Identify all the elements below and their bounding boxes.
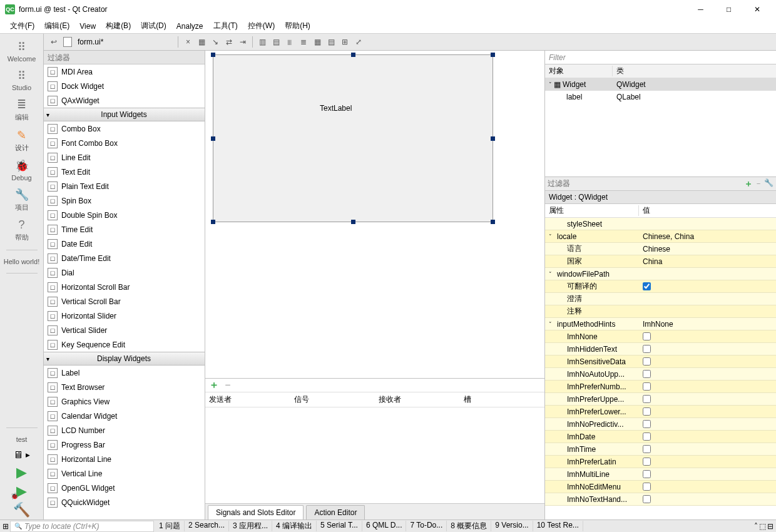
property-row[interactable]: ˅inputMethodHintsImhNone — [545, 318, 776, 330]
property-row[interactable]: 语言Chinese — [545, 243, 776, 255]
property-row[interactable]: ImhDate — [545, 431, 776, 443]
output-pane-button[interactable]: 9 Versio... — [491, 521, 533, 531]
property-row[interactable]: styleSheet — [545, 218, 776, 230]
resize-handle[interactable] — [491, 136, 495, 141]
property-checkbox[interactable] — [643, 458, 651, 466]
property-grid[interactable]: styleSheet˅localeChinese, China语言Chinese… — [545, 218, 776, 519]
property-checkbox[interactable] — [643, 432, 651, 441]
resize-handle[interactable] — [351, 53, 355, 57]
edit-widgets-icon[interactable]: ▦ — [195, 36, 208, 48]
property-checkbox[interactable] — [643, 445, 651, 453]
toggle-right-icon[interactable]: ⊟ — [767, 522, 773, 531]
mode-welcome[interactable]: ⠿Welcome — [3, 38, 41, 66]
widget-item[interactable]: □Vertical Line — [44, 466, 205, 481]
form-widget[interactable]: TextLabel — [213, 54, 493, 222]
property-row[interactable]: ImhNone — [545, 330, 776, 343]
property-checkbox[interactable] — [643, 420, 651, 428]
property-row[interactable]: ImhSensitiveData — [545, 356, 776, 368]
toggle-sidebar-icon[interactable]: ⊞ — [3, 522, 9, 531]
mode-设计[interactable]: ✎设计 — [3, 126, 41, 156]
widget-item[interactable]: □Dock Widget — [44, 79, 205, 93]
widget-item[interactable]: □Horizontal Slider — [44, 309, 205, 323]
property-row[interactable]: ˅localeChinese, China — [545, 230, 776, 243]
widget-item[interactable]: □Graphics View — [44, 394, 205, 409]
layout-h-icon[interactable]: ▥ — [256, 36, 268, 48]
property-checkbox[interactable] — [643, 382, 651, 391]
adjust-size-icon[interactable]: ⤢ — [352, 36, 365, 48]
property-row[interactable]: 澄清 — [545, 293, 776, 305]
property-row[interactable]: 国家China — [545, 255, 776, 268]
output-pane-button[interactable]: 10 Test Re... — [533, 521, 583, 531]
property-row[interactable]: ImhHiddenText — [545, 343, 776, 356]
form-canvas[interactable]: TextLabel — [205, 51, 544, 379]
layout-v-icon[interactable]: ▤ — [270, 36, 282, 48]
run-button[interactable]: ▶ — [16, 463, 27, 482]
menu-item[interactable]: 控件(W) — [243, 19, 280, 33]
widget-item[interactable]: □Time Edit — [44, 222, 205, 237]
resize-handle[interactable] — [351, 220, 355, 224]
output-pane-button[interactable]: 6 QML D... — [362, 521, 407, 531]
property-checkbox[interactable] — [643, 395, 651, 403]
close-doc-icon[interactable]: × — [181, 36, 194, 48]
property-checkbox[interactable] — [643, 370, 651, 378]
menu-item[interactable]: 帮助(H) — [280, 19, 315, 33]
signals-table[interactable]: 发送者信号接收者槽 — [205, 392, 544, 407]
resize-handle[interactable] — [491, 53, 495, 57]
property-row[interactable]: ImhPreferLatin — [545, 456, 776, 468]
property-row[interactable]: ImhNoEditMenu — [545, 481, 776, 493]
build-button[interactable]: 🔨 — [13, 501, 30, 519]
edit-buddies-icon[interactable]: ⇄ — [223, 36, 235, 48]
edit-taborder-icon[interactable]: ⇥ — [237, 36, 249, 48]
property-checkbox[interactable] — [643, 282, 651, 290]
widgetbox-filter[interactable]: 过滤器 — [44, 51, 205, 64]
mode-编辑[interactable]: ≣编辑 — [3, 95, 41, 126]
menu-item[interactable]: 文件(F) — [5, 19, 39, 33]
break-layout-icon[interactable]: ⊞ — [339, 36, 351, 48]
widget-item[interactable]: □QAxWidget — [44, 93, 205, 108]
run-debug-button[interactable]: ▶🐞 — [16, 482, 27, 501]
object-tree[interactable]: 对象 类 ˅▦WidgetQWidgetlabelQLabel — [545, 64, 776, 177]
tab-action-editor[interactable]: Action Editor — [306, 505, 365, 519]
output-pane-button[interactable]: 5 Serial T... — [317, 521, 362, 531]
object-row[interactable]: labelQLabel — [545, 91, 776, 103]
widget-item[interactable]: □Vertical Scroll Bar — [44, 294, 205, 309]
widget-item[interactable]: □Spin Box — [44, 193, 205, 208]
menu-item[interactable]: 调试(D) — [136, 19, 171, 33]
property-row[interactable]: ImhPreferLower... — [545, 406, 776, 418]
layout-form-icon[interactable]: ▤ — [325, 36, 337, 48]
widget-item[interactable]: □OpenGL Widget — [44, 481, 205, 495]
resize-handle[interactable] — [211, 136, 215, 141]
widget-item[interactable]: □Horizontal Line — [44, 452, 205, 466]
widget-item[interactable]: □Dial — [44, 265, 205, 280]
property-row[interactable]: ImhMultiLine — [545, 468, 776, 481]
mode-帮助[interactable]: ?帮助 — [3, 216, 41, 246]
widget-item[interactable]: □LCD Number — [44, 423, 205, 437]
menu-item[interactable]: View — [74, 20, 101, 33]
widget-item[interactable]: □Progress Bar — [44, 437, 205, 452]
property-row[interactable]: ImhNoTextHand... — [545, 493, 776, 506]
add-prop-icon[interactable]: ＋ — [744, 178, 753, 190]
remove-connection-button[interactable]: － — [223, 379, 233, 392]
close-button[interactable]: ✕ — [743, 0, 771, 19]
nav-back-icon[interactable]: ↩ — [48, 36, 60, 48]
property-row[interactable]: ImhTime — [545, 443, 776, 456]
widget-item[interactable]: □Date/Time Edit — [44, 251, 205, 265]
property-row[interactable]: ImhPreferNumb... — [545, 381, 776, 393]
widget-item[interactable]: □Date Edit — [44, 237, 205, 251]
widget-item[interactable]: □Key Sequence Edit — [44, 337, 205, 352]
widget-item[interactable]: □Double Spin Box — [44, 208, 205, 222]
widget-item[interactable]: □Font Combo Box — [44, 136, 205, 150]
widget-item[interactable]: □MDI Area — [44, 64, 205, 79]
kit-selector[interactable]: 🖥▶ — [0, 447, 44, 463]
output-pane-button[interactable]: 1 问题 — [155, 521, 185, 531]
mode-studio[interactable]: ⠿Studio — [3, 66, 41, 95]
widget-item[interactable]: □Text Browser — [44, 380, 205, 394]
property-row[interactable]: 注释 — [545, 305, 776, 318]
maximize-button[interactable]: □ — [715, 0, 743, 19]
widget-item[interactable]: □Text Edit — [44, 165, 205, 179]
widget-category[interactable]: Input Widgets — [44, 108, 205, 121]
widget-item[interactable]: □Label — [44, 366, 205, 380]
property-row[interactable]: ˅windowFilePath — [545, 268, 776, 280]
widget-item[interactable]: □Combo Box — [44, 121, 205, 136]
add-connection-button[interactable]: ＋ — [209, 379, 219, 392]
